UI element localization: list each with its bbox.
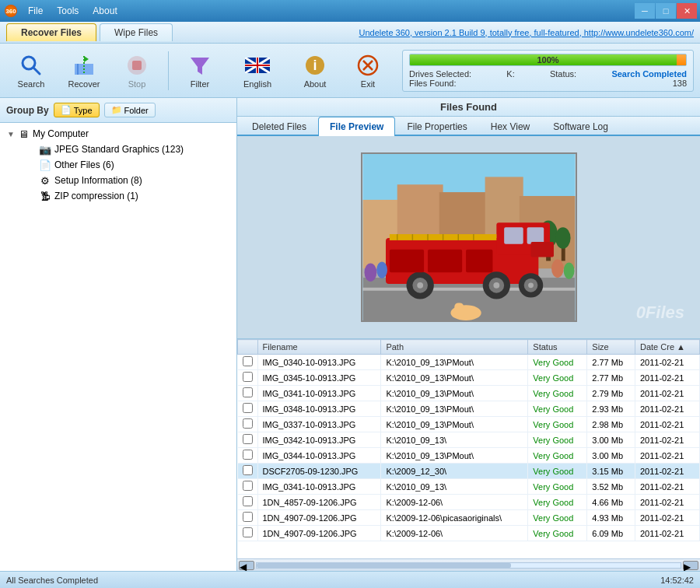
- row-date: 2011-02-21: [635, 495, 699, 510]
- row-checkbox[interactable]: [243, 403, 253, 413]
- row-path: K:\2010_09_13\PMout\: [381, 370, 528, 386]
- tree-toggle-jpeg: [28, 145, 37, 154]
- h-scroll-left[interactable]: ◀: [239, 561, 254, 570]
- filter-button[interactable]: Filter: [175, 47, 225, 94]
- list-item[interactable]: 🗜 ZIP compression (1): [25, 188, 233, 204]
- stop-label: Stop: [128, 79, 146, 89]
- col-status[interactable]: Status: [528, 340, 587, 355]
- english-button[interactable]: English: [228, 47, 287, 94]
- row-checkbox[interactable]: [243, 496, 253, 506]
- computer-icon: 🖥: [17, 128, 30, 140]
- col-date[interactable]: Date Cre ▲: [635, 340, 699, 355]
- row-filename: IMG_0341-10-0913.JPG: [257, 386, 381, 401]
- table-scroll[interactable]: Filename Path Status Size Date Cre ▲ IMG…: [237, 339, 700, 558]
- folder-icon-small: 📁: [111, 105, 122, 115]
- table-row[interactable]: 1DN_4857-09-1206.JPG K:\2009-12-06\ Very…: [238, 495, 700, 510]
- row-path: K:\2009-12-06\: [381, 526, 528, 541]
- row-checkbox[interactable]: [243, 434, 253, 444]
- row-size: 2.77 Mb: [587, 355, 635, 370]
- table-row[interactable]: IMG_0345-10-0913.JPG K:\2010_09_13\PMout…: [238, 370, 700, 386]
- h-scrollbar[interactable]: ◀ ▶: [237, 558, 700, 571]
- svg-point-37: [417, 282, 423, 289]
- list-item[interactable]: 📷 JPEG Standard Graphics (123): [25, 142, 233, 157]
- exit-label: Exit: [361, 79, 375, 89]
- row-checkbox-cell: [238, 526, 258, 541]
- col-path[interactable]: Path: [381, 340, 528, 355]
- row-checkbox[interactable]: [243, 512, 253, 522]
- tab-software-log[interactable]: Software Log: [541, 117, 620, 136]
- close-button[interactable]: ✕: [677, 3, 697, 19]
- files-found-header: Files Found: [237, 98, 700, 117]
- row-path: K:\2010_09_13\PMout\: [381, 448, 528, 464]
- tab-file-properties[interactable]: File Properties: [395, 117, 478, 136]
- row-size: 2.93 Mb: [587, 401, 635, 417]
- row-checkbox-cell: [238, 401, 258, 417]
- maximize-button[interactable]: □: [656, 3, 676, 19]
- tab-file-preview[interactable]: File Preview: [318, 117, 395, 136]
- stop-button[interactable]: Stop: [112, 47, 162, 94]
- table-row[interactable]: IMG_0341-10-0913.JPG K:\2010_09_13\ Very…: [238, 479, 700, 495]
- recover-button[interactable]: Recover: [59, 47, 109, 94]
- english-icon: [245, 53, 270, 78]
- col-filename[interactable]: Filename: [257, 340, 381, 355]
- row-filename: IMG_0341-10-0913.JPG: [257, 479, 381, 495]
- row-date: 2011-02-21: [635, 401, 699, 417]
- tab-hex-view[interactable]: Hex View: [479, 117, 541, 136]
- status-bar-message: All Searches Completed: [6, 576, 98, 585]
- recover-files-tab[interactable]: Recover Files: [6, 23, 96, 41]
- tree-root[interactable]: ▼ 🖥 My Computer: [3, 126, 233, 142]
- row-checkbox[interactable]: [243, 527, 253, 537]
- svg-point-26: [555, 227, 570, 248]
- table-row[interactable]: 1DN_4907-09-1206.JPG K:\2009-12-06\ Very…: [238, 526, 700, 541]
- about-label: About: [304, 79, 327, 89]
- table-row[interactable]: IMG_0340-10-0913.JPG K:\2010_09_13\PMout…: [238, 355, 700, 370]
- about-button[interactable]: i About: [290, 47, 340, 94]
- row-filename: IMG_0337-10-0913.JPG: [257, 417, 381, 432]
- exit-button[interactable]: Exit: [343, 47, 393, 94]
- row-path: K:\2010_09_13\PMout\: [381, 386, 528, 401]
- row-checkbox[interactable]: [243, 356, 253, 366]
- svg-line-1: [33, 68, 40, 74]
- search-button[interactable]: Search: [6, 47, 56, 94]
- menu-about[interactable]: About: [86, 4, 123, 18]
- list-item[interactable]: 📄 Other Files (6): [25, 157, 233, 173]
- minimize-button[interactable]: ─: [635, 3, 655, 19]
- row-status: Very Good: [528, 464, 587, 479]
- row-checkbox-cell: [238, 370, 258, 386]
- app-link[interactable]: Undelete 360, version 2.1 Build 9, total…: [176, 28, 694, 37]
- table-row[interactable]: 1DN_4907-09-1206.JPG K:\2009-12-06\picas…: [238, 510, 700, 526]
- menu-tools[interactable]: Tools: [51, 4, 85, 18]
- row-checkbox[interactable]: [243, 418, 253, 429]
- table-row[interactable]: IMG_0337-10-0913.JPG K:\2010_09_13\PMout…: [238, 417, 700, 432]
- table-row[interactable]: DSCF2705-09-1230.JPG K:\2009_12_30\ Very…: [238, 464, 700, 479]
- row-path: K:\2010_09_13\PMout\: [381, 355, 528, 370]
- row-checkbox[interactable]: [243, 387, 253, 397]
- col-size[interactable]: Size: [587, 340, 635, 355]
- group-folder-button[interactable]: 📁 Folder: [104, 103, 156, 117]
- table-row[interactable]: IMG_0341-10-0913.JPG K:\2010_09_13\PMout…: [238, 386, 700, 401]
- row-checkbox[interactable]: [243, 372, 253, 382]
- row-date: 2011-02-21: [635, 386, 699, 401]
- table-row[interactable]: IMG_0348-10-0913.JPG K:\2010_09_13\PMout…: [238, 401, 700, 417]
- group-type-button[interactable]: 📄 Type: [54, 103, 100, 117]
- list-item[interactable]: ⚙ Setup Information (8): [25, 173, 233, 188]
- row-path: K:\2010_09_13\: [381, 479, 528, 495]
- table-row[interactable]: IMG_0342-10-0913.JPG K:\2010_09_13\ Very…: [238, 432, 700, 448]
- app-tab-row: Recover Files Wipe Files Undelete 360, v…: [0, 22, 700, 44]
- row-size: 4.66 Mb: [587, 495, 635, 510]
- other-label: Other Files (6): [54, 159, 114, 170]
- svg-rect-28: [362, 288, 575, 291]
- table-row[interactable]: IMG_0344-10-0913.JPG K:\2010_09_13\PMout…: [238, 448, 700, 464]
- menu-file[interactable]: File: [22, 4, 49, 18]
- filter-label: Filter: [191, 79, 209, 89]
- h-scroll-track[interactable]: [256, 562, 681, 569]
- svg-rect-51: [389, 250, 423, 272]
- row-checkbox[interactable]: [243, 481, 253, 491]
- app-icon: 360: [5, 5, 17, 17]
- row-checkbox[interactable]: [243, 450, 253, 460]
- row-path: K:\2010_09_13\PMout\: [381, 401, 528, 417]
- row-checkbox[interactable]: [243, 465, 253, 475]
- wipe-files-tab[interactable]: Wipe Files: [100, 23, 173, 41]
- h-scroll-right[interactable]: ▶: [683, 561, 698, 570]
- tab-deleted-files[interactable]: Deleted Files: [240, 117, 318, 136]
